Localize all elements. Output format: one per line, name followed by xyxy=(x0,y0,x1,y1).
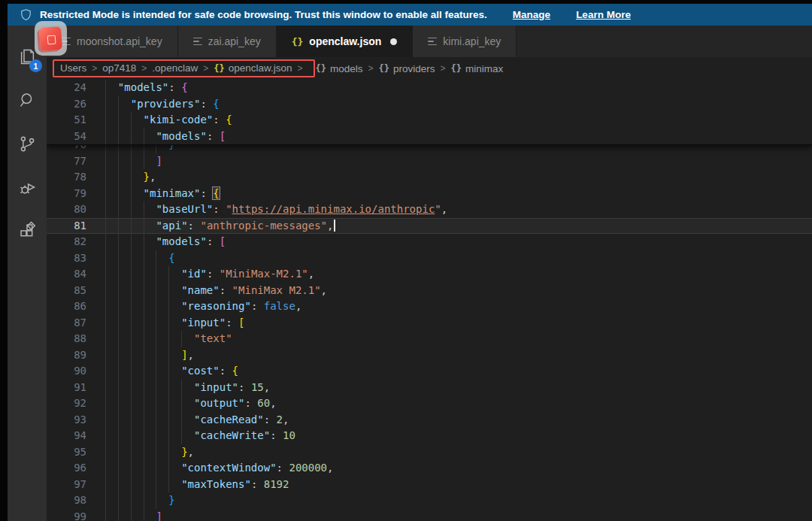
code-line-97[interactable]: 97 "maxTokens": 8192 xyxy=(47,477,812,493)
code-line-77[interactable]: 77 ] xyxy=(47,153,812,170)
code-text[interactable]: } xyxy=(105,145,812,153)
code-line-84[interactable]: 84 "id": "MiniMax-M2.1", xyxy=(47,266,812,283)
search-icon[interactable] xyxy=(8,78,47,122)
fold-gutter[interactable] xyxy=(86,266,105,283)
code-line-54[interactable]: 54 "models": [ xyxy=(47,129,812,145)
breadcrumb-item-openclaw.json[interactable]: {}openclaw.json xyxy=(214,62,292,74)
code-line-92[interactable]: 92 "output": 60, xyxy=(47,395,812,412)
fold-gutter[interactable] xyxy=(86,412,105,429)
code-text[interactable]: ] xyxy=(105,509,812,521)
fold-gutter[interactable] xyxy=(86,80,105,96)
tab-zai.api_key[interactable]: zai.api_key xyxy=(178,26,277,57)
fold-gutter[interactable] xyxy=(86,250,105,267)
code-line-94[interactable]: 94 "cacheWrite": 10 xyxy=(47,428,812,444)
source-control-icon[interactable] xyxy=(8,122,47,165)
code-line-93[interactable]: 93 "cacheRead": 2, xyxy=(47,412,812,429)
fold-gutter[interactable] xyxy=(86,331,105,347)
fold-gutter[interactable] xyxy=(86,129,105,145)
code-line-78[interactable]: 78 }, xyxy=(47,169,812,186)
code-text[interactable]: "cacheRead": 2, xyxy=(105,412,812,429)
code-text[interactable]: { xyxy=(105,250,812,267)
code-text[interactable]: "baseUrl": "https://api.minimax.io/anthr… xyxy=(105,201,812,218)
code-line-95[interactable]: 95 }, xyxy=(47,444,812,461)
code-text[interactable]: "input": 15, xyxy=(105,380,812,396)
code-text[interactable]: "input": [ xyxy=(105,315,812,332)
code-text[interactable]: "text" xyxy=(105,331,812,347)
modified-dot-icon[interactable] xyxy=(390,38,397,45)
code-line-98[interactable]: 98 } xyxy=(47,492,812,509)
code-text[interactable]: "models": [ xyxy=(105,129,812,145)
extensions-icon[interactable] xyxy=(8,209,47,253)
fold-gutter[interactable] xyxy=(86,201,105,218)
code-text[interactable]: "providers": { xyxy=(105,96,812,113)
code-line-51[interactable]: 51 "kimi-code": { xyxy=(47,112,812,129)
fold-gutter[interactable] xyxy=(86,347,105,364)
code-text[interactable]: "cost": { xyxy=(105,363,812,380)
run-debug-icon[interactable] xyxy=(8,165,47,209)
code-text[interactable]: "kimi-code": { xyxy=(105,112,812,129)
fold-gutter[interactable] xyxy=(86,492,105,509)
code-line-87[interactable]: 87 "input": [ xyxy=(47,315,812,332)
code-text[interactable]: "maxTokens": 8192 xyxy=(105,477,812,493)
code-text[interactable]: "models": { xyxy=(105,80,812,96)
code-text[interactable]: "api": "anthropic-messages", xyxy=(105,218,812,235)
sticky-scroll[interactable]: 24 "models": {26 "providers": {51 "kimi-… xyxy=(47,80,812,145)
code-line-80[interactable]: 80 "baseUrl": "https://api.minimax.io/an… xyxy=(47,201,812,218)
code-line-88[interactable]: 88 "text" xyxy=(47,331,812,347)
code-line-24[interactable]: 24 "models": { xyxy=(47,80,812,96)
learn-more-link[interactable]: Learn More xyxy=(576,9,631,20)
code-text[interactable]: "reasoning": false, xyxy=(105,298,812,315)
breadcrumb-item-minimax[interactable]: {}minimax xyxy=(450,63,503,74)
code-area[interactable]: 76 }77 ]78 },79 "minimax": {80 "baseUrl"… xyxy=(47,145,812,521)
fold-gutter[interactable] xyxy=(86,218,105,235)
code-text[interactable]: "minimax": { xyxy=(105,186,812,202)
code-line-91[interactable]: 91 "input": 15, xyxy=(47,380,812,396)
fold-gutter[interactable] xyxy=(86,298,105,315)
fold-gutter[interactable] xyxy=(86,444,105,461)
code-text[interactable]: "cacheWrite": 10 xyxy=(105,428,812,444)
code-line-99[interactable]: 99 ] xyxy=(47,509,812,521)
fold-gutter[interactable] xyxy=(86,363,105,380)
fold-gutter[interactable] xyxy=(86,380,105,396)
code-line-83[interactable]: 83 { xyxy=(47,250,812,267)
code-line-85[interactable]: 85 "name": "MiniMax M2.1", xyxy=(47,283,812,299)
breadcrumb-item-providers[interactable]: {}providers xyxy=(378,63,435,74)
code-text[interactable]: }, xyxy=(105,169,812,186)
code-text[interactable]: ] xyxy=(105,153,812,170)
code-line-90[interactable]: 90 "cost": { xyxy=(47,363,812,380)
fold-gutter[interactable] xyxy=(86,428,105,444)
code-text[interactable]: "id": "MiniMax-M2.1", xyxy=(105,266,812,283)
fold-gutter[interactable] xyxy=(86,315,105,332)
fold-gutter[interactable] xyxy=(86,234,105,250)
code-line-89[interactable]: 89 ], xyxy=(47,347,812,364)
code-editor[interactable]: 24 "models": {26 "providers": {51 "kimi-… xyxy=(47,80,812,521)
breadcrumb-item-Users[interactable]: Users xyxy=(60,62,86,74)
code-text[interactable]: "models": [ xyxy=(105,234,812,250)
fold-gutter[interactable] xyxy=(86,477,105,493)
fold-gutter[interactable] xyxy=(86,460,105,477)
code-line-26[interactable]: 26 "providers": { xyxy=(47,96,812,113)
fold-gutter[interactable] xyxy=(86,395,105,412)
breadcrumb-item-.openclaw[interactable]: .openclaw xyxy=(152,62,198,74)
fold-gutter[interactable] xyxy=(86,112,105,129)
code-text[interactable]: "name": "MiniMax M2.1", xyxy=(105,283,812,299)
code-text[interactable]: ], xyxy=(105,347,812,364)
fold-gutter[interactable] xyxy=(86,186,105,202)
code-text[interactable]: "output": 60, xyxy=(105,395,812,412)
code-text[interactable]: "contextWindow": 200000, xyxy=(105,460,812,477)
fold-gutter[interactable] xyxy=(86,509,105,521)
fold-gutter[interactable] xyxy=(86,283,105,299)
fold-gutter[interactable] xyxy=(86,145,105,153)
code-line-81[interactable]: 81 "api": "anthropic-messages", xyxy=(47,218,812,235)
code-line-86[interactable]: 86 "reasoning": false, xyxy=(47,298,812,315)
code-text[interactable]: } xyxy=(105,492,812,509)
code-line-79[interactable]: 79 "minimax": { xyxy=(47,186,812,202)
breadcrumb-item-op7418[interactable]: op7418 xyxy=(102,62,136,74)
fold-gutter[interactable] xyxy=(86,96,105,113)
fold-gutter[interactable] xyxy=(86,153,105,170)
fold-gutter[interactable] xyxy=(86,169,105,186)
breadcrumb-item-models[interactable]: {}models xyxy=(315,63,362,74)
tab-kimi.api_key[interactable]: kimi.api_key xyxy=(413,26,517,57)
code-line-96[interactable]: 96 "contextWindow": 200000, xyxy=(47,460,812,477)
code-line-82[interactable]: 82 "models": [ xyxy=(47,234,812,250)
